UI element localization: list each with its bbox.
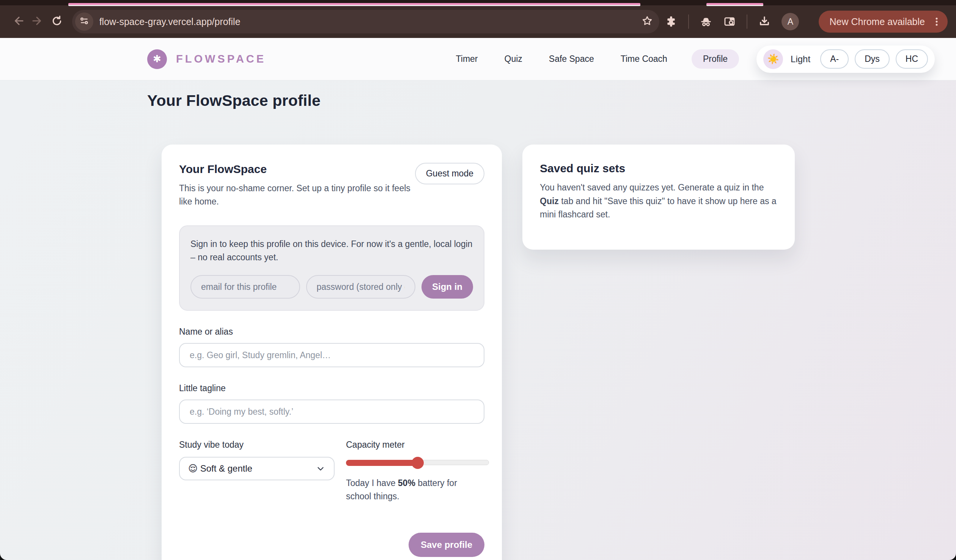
study-vibe-value: 😌 Soft & gentle [188, 463, 252, 474]
menu-dots-icon[interactable] [931, 16, 942, 27]
page-title: Your FlowSpace profile [147, 92, 956, 110]
theme-label: Light [791, 54, 810, 64]
toolbar-icons: A New Chrome available [665, 11, 948, 33]
quiz-tab-reference: Quiz [540, 196, 559, 206]
sun-icon: ☀️ [767, 53, 779, 64]
guest-mode-button[interactable]: Guest mode [415, 163, 484, 184]
downloads-button[interactable] [758, 15, 771, 28]
browser-window: flow-space-gray.vercel.app/profile A Ne [0, 0, 956, 560]
vibe-capacity-row: Study vibe today 😌 Soft & gentle Capacit… [179, 440, 484, 511]
profile-card-heading: Your FlowSpace [179, 163, 415, 176]
cards-row: Your FlowSpace This is your no-shame cor… [162, 145, 956, 560]
incognito-icon [700, 15, 712, 28]
tagline-label: Little tagline [179, 383, 484, 393]
screen-search-icon [723, 15, 736, 28]
capacity-percent: 50% [398, 478, 415, 488]
signin-note: Sign in to keep this profile on this dev… [190, 238, 473, 264]
study-vibe-select[interactable]: 😌 Soft & gentle [179, 457, 335, 480]
save-row: Save profile [179, 533, 484, 557]
profile-card: Your FlowSpace This is your no-shame cor… [162, 145, 502, 560]
save-profile-button[interactable]: Save profile [409, 533, 484, 557]
back-icon [12, 15, 24, 28]
tune-icon [79, 16, 90, 28]
extensions-button[interactable] [665, 15, 678, 28]
puzzle-icon [665, 15, 678, 28]
reload-button[interactable] [47, 12, 66, 31]
active-tab-accent-line [68, 3, 640, 5]
download-icon [758, 15, 771, 28]
email-field[interactable] [190, 275, 300, 299]
high-contrast-button[interactable]: HC [896, 49, 928, 69]
brand-logo-icon: ✱ [147, 49, 167, 69]
capacity-label: Capacity meter [346, 440, 489, 450]
url-text[interactable]: flow-space-gray.vercel.app/profile [99, 16, 642, 27]
browser-toolbar: flow-space-gray.vercel.app/profile A Ne [0, 5, 956, 38]
search-tabs-button[interactable] [723, 15, 736, 28]
incognito-indicator[interactable] [700, 15, 712, 28]
vibe-label: Study vibe today [179, 440, 335, 450]
tagline-input[interactable] [179, 400, 484, 424]
reload-icon [51, 15, 63, 28]
password-field[interactable] [306, 275, 416, 299]
sign-in-button[interactable]: Sign in [421, 275, 473, 299]
nav-tab-profile[interactable]: Profile [692, 49, 739, 69]
saved-quiz-card: Saved quiz sets You haven't saved any qu… [522, 145, 795, 250]
theme-toggle-button[interactable]: ☀️ [763, 49, 783, 69]
profile-card-header: Your FlowSpace This is your no-shame cor… [179, 163, 484, 208]
forward-icon [31, 15, 44, 28]
main-nav: Timer Quiz Safe Space Time Coach Profile [454, 49, 739, 69]
page-content: Your FlowSpace profile Your FlowSpace Th… [0, 80, 956, 560]
name-input[interactable] [179, 343, 484, 367]
nav-tab-safe-space[interactable]: Safe Space [547, 49, 596, 69]
font-size-button[interactable]: A- [820, 49, 849, 69]
capacity-slider-thumb[interactable] [412, 457, 424, 469]
capacity-caption: Today I have 50% battery for school thin… [346, 477, 481, 503]
tab-accent-line-2 [706, 3, 763, 5]
bookmark-button[interactable] [641, 15, 653, 28]
brand-name: FLOWSPACE [176, 53, 266, 65]
back-button[interactable] [8, 12, 28, 31]
chrome-update-label: New Chrome available [829, 16, 925, 27]
forward-button[interactable] [28, 12, 47, 31]
name-label: Name or alias [179, 327, 484, 337]
signin-row: Sign in [190, 275, 473, 299]
site-settings-button[interactable] [75, 13, 93, 31]
capacity-slider-fill [346, 460, 418, 466]
star-icon [641, 15, 653, 28]
nav-tab-time-coach[interactable]: Time Coach [618, 49, 670, 69]
brand[interactable]: ✱ FLOWSPACE [147, 49, 266, 69]
accessibility-toolbar: ☀️ Light A- Dys HC [756, 46, 935, 73]
nav-tab-timer[interactable]: Timer [454, 49, 480, 69]
capacity-slider[interactable] [346, 457, 489, 468]
address-bar[interactable]: flow-space-gray.vercel.app/profile [72, 10, 660, 33]
saved-quiz-heading: Saved quiz sets [540, 162, 777, 175]
chrome-update-button[interactable]: New Chrome available [819, 11, 948, 33]
nav-tab-quiz[interactable]: Quiz [502, 49, 525, 69]
tab-strip [0, 0, 956, 5]
chevron-down-icon [316, 464, 325, 473]
profile-card-description: This is your no-shame corner. Set up a t… [179, 182, 415, 208]
signin-box: Sign in to keep this profile on this dev… [179, 225, 484, 311]
site-header: ✱ FLOWSPACE Timer Quiz Safe Space Time C… [0, 38, 956, 80]
toolbar-divider-2 [747, 14, 747, 29]
dyslexia-font-button[interactable]: Dys [855, 49, 890, 69]
profile-avatar[interactable]: A [781, 13, 799, 30]
saved-quiz-body: You haven't saved any quizzes yet. Gener… [540, 181, 777, 222]
toolbar-divider [688, 14, 689, 29]
